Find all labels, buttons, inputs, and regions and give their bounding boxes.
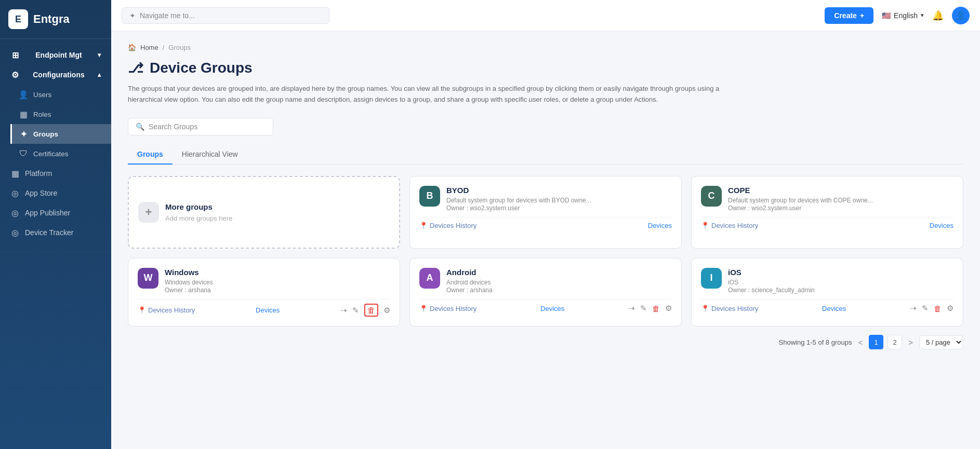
sidebar-item-label: Device Tracker	[25, 228, 73, 237]
location-icon: 📍	[701, 222, 709, 229]
endpoint-mgt-icon: ⊞	[10, 50, 20, 60]
app-store-icon: ◎	[10, 188, 20, 198]
home-icon: 🏠	[128, 44, 136, 51]
breadcrumb-home[interactable]: Home	[140, 44, 158, 51]
settings-icon[interactable]: ⚙	[947, 304, 953, 313]
windows-name: Windows	[165, 268, 390, 277]
share-icon[interactable]: ⇢	[340, 306, 347, 315]
search-groups-input[interactable]: 🔍 Search Groups	[128, 118, 273, 135]
page-1-button[interactable]: 1	[869, 335, 883, 349]
android-devices[interactable]: Devices	[540, 305, 564, 312]
sidebar-item-groups[interactable]: ✦ Groups	[10, 124, 111, 144]
flag-icon: 🇺🇸	[882, 11, 891, 20]
chevron-right-icon: ▾	[98, 51, 101, 59]
next-page-button[interactable]: >	[906, 338, 915, 347]
create-button[interactable]: Create +	[825, 7, 873, 24]
settings-icon[interactable]: ⚙	[665, 304, 672, 313]
cope-owner: Owner : wso2.system.user	[728, 205, 953, 212]
create-label: Create	[834, 11, 857, 20]
language-selector[interactable]: 🇺🇸 English ▾	[882, 11, 924, 20]
sidebar: E Entgra ⊞ Endpoint Mgt ▾ ⚙ Configuratio…	[0, 0, 111, 449]
location-icon: 📍	[138, 306, 146, 314]
android-devices-history[interactable]: 📍 Devices History	[419, 305, 476, 312]
nav-search-placeholder: Navigate me to...	[140, 11, 195, 20]
platform-icon: ▦	[10, 169, 20, 178]
android-owner: Owner : arshana	[446, 287, 672, 294]
edit-icon[interactable]: ✎	[640, 304, 647, 313]
topbar: ✦ Navigate me to... Create + 🇺🇸 English …	[111, 0, 980, 31]
avatar-icon: 👤	[956, 10, 966, 20]
windows-devices[interactable]: Devices	[256, 306, 280, 314]
cope-devices-history[interactable]: 📍 Devices History	[701, 222, 758, 229]
groups-grid: + More groups Add more groups here B BYO…	[128, 176, 963, 327]
sidebar-item-label: Endpoint Mgt	[35, 51, 82, 59]
device-tracker-icon: ◎	[10, 228, 20, 237]
sidebar-item-app-store[interactable]: ◎ App Store	[0, 183, 111, 203]
tabs-bar: Groups Hierarchical View	[128, 145, 963, 165]
group-card-more[interactable]: + More groups Add more groups here	[128, 176, 400, 249]
search-placeholder: Search Groups	[149, 123, 197, 131]
sidebar-item-configurations[interactable]: ⚙ Configurations ▴	[0, 65, 111, 85]
delete-icon[interactable]: 🗑	[934, 304, 942, 313]
per-page-select[interactable]: 5 / page	[919, 335, 963, 349]
logo-text: Entgra	[33, 12, 70, 26]
byod-desc: Default system group for devices with BY…	[446, 196, 672, 205]
location-icon: 📍	[419, 222, 428, 229]
edit-icon[interactable]: ✎	[352, 306, 359, 315]
ios-info: iOS iOS Owner : science_faculty_admin	[728, 268, 953, 294]
more-groups-plus-icon: +	[138, 202, 159, 223]
ios-devices-history[interactable]: 📍 Devices History	[701, 305, 758, 312]
windows-header: W Windows Windows devices Owner : arshan…	[138, 268, 390, 294]
android-action-icons: ⇢ ✎ 🗑 ⚙	[628, 304, 672, 313]
cope-info: COPE Default system group for devices wi…	[728, 186, 953, 212]
sidebar-item-app-publisher[interactable]: ◎ App Publisher	[0, 203, 111, 223]
tab-hierarchical[interactable]: Hierarchical View	[173, 145, 247, 165]
byod-header: B BYOD Default system group for devices …	[419, 186, 672, 212]
share-icon[interactable]: ⇢	[628, 304, 635, 313]
ios-devices[interactable]: Devices	[822, 305, 846, 312]
android-actions: 📍 Devices History Devices ⇢ ✎ 🗑 ⚙	[419, 299, 672, 313]
ios-avatar: I	[701, 268, 722, 289]
chevron-down-icon: ▾	[921, 12, 924, 19]
cope-actions: 📍 Devices History Devices	[701, 217, 953, 229]
sidebar-item-users[interactable]: 👤 Users	[10, 85, 111, 104]
byod-devices-history[interactable]: 📍 Devices History	[419, 222, 476, 229]
ios-action-icons: ⇢ ✎ 🗑 ⚙	[910, 304, 953, 313]
group-card-ios: I iOS iOS Owner : science_faculty_admin …	[691, 258, 963, 327]
sidebar-item-device-tracker[interactable]: ◎ Device Tracker	[0, 223, 111, 242]
plus-icon: +	[860, 11, 864, 20]
certificates-icon: 🛡	[19, 149, 28, 158]
sidebar-item-endpoint-mgt[interactable]: ⊞ Endpoint Mgt ▾	[0, 45, 111, 65]
windows-avatar: W	[138, 268, 158, 289]
breadcrumb-current: Groups	[168, 44, 191, 51]
delete-icon[interactable]: 🗑	[364, 304, 378, 317]
byod-devices[interactable]: Devices	[648, 222, 672, 229]
windows-devices-history[interactable]: 📍 Devices History	[138, 306, 195, 314]
sidebar-item-roles[interactable]: ▦ Roles	[10, 104, 111, 124]
settings-icon[interactable]: ⚙	[383, 306, 390, 315]
edit-icon[interactable]: ✎	[922, 304, 929, 313]
cope-header: C COPE Default system group for devices …	[701, 186, 953, 212]
sidebar-item-label: Platform	[25, 169, 52, 178]
cope-desc: Default system group for devices with CO…	[728, 196, 953, 205]
android-info: Android Android devices Owner : arshana	[446, 268, 672, 294]
group-card-windows: W Windows Windows devices Owner : arshan…	[128, 258, 400, 327]
cope-devices[interactable]: Devices	[930, 222, 953, 229]
byod-actions: 📍 Devices History Devices	[419, 217, 672, 229]
byod-avatar: B	[419, 186, 440, 207]
sidebar-item-label: Groups	[33, 130, 58, 138]
breadcrumb-separator: /	[163, 44, 165, 51]
page-2-button[interactable]: 2	[888, 335, 902, 349]
prev-page-button[interactable]: <	[856, 338, 865, 347]
search-icon: 🔍	[136, 123, 144, 131]
sidebar-item-platform[interactable]: ▦ Platform	[0, 164, 111, 183]
delete-icon[interactable]: 🗑	[652, 304, 660, 313]
groups-icon: ✦	[19, 129, 28, 139]
sidebar-item-certificates[interactable]: 🛡 Certificates	[10, 144, 111, 164]
notification-bell-icon[interactable]: 🔔	[932, 10, 944, 21]
user-avatar[interactable]: 👤	[952, 7, 970, 24]
tab-groups[interactable]: Groups	[128, 145, 173, 165]
share-icon[interactable]: ⇢	[910, 304, 917, 313]
location-icon: 📍	[701, 305, 709, 312]
nav-search-input[interactable]: ✦ Navigate me to...	[122, 7, 329, 24]
